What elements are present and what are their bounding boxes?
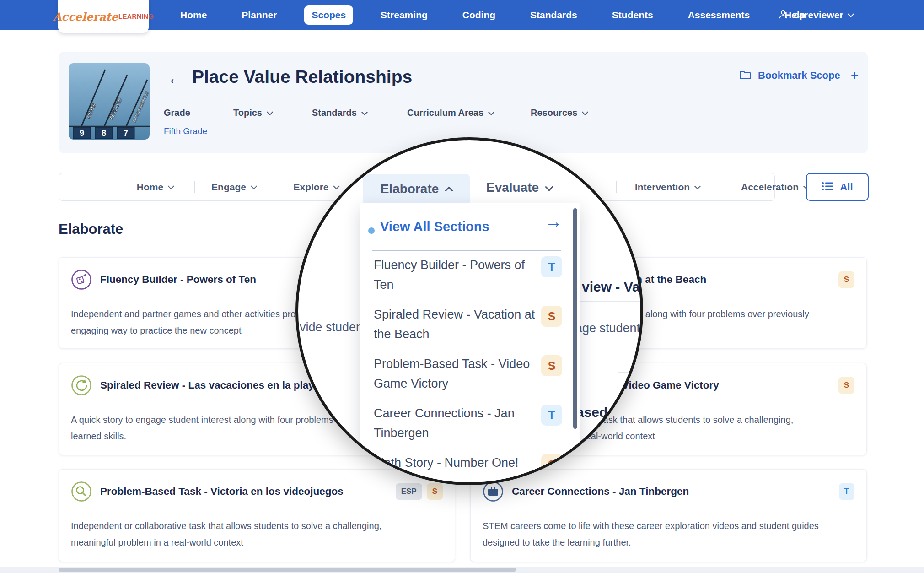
dropdown-item-career-connections[interactable]: Career Connections - Jan Tinbergen T [360,404,570,451]
fifth-grade-link[interactable]: Fifth Grade [164,126,207,136]
tab-acceleration[interactable]: Acceleration [741,173,809,200]
svg-text:9: 9 [80,128,85,138]
magnified-text-fragment: view - Vac [582,279,643,295]
user-icon [778,9,789,22]
chevron-down-icon [582,108,588,115]
chevron-down-icon [168,183,174,189]
folder-icon [739,70,751,81]
problem-based-task-icon [71,481,92,502]
nav-item-home[interactable]: Home [173,5,214,25]
filter-curriculum-areas-label: Curriculum Areas [407,108,483,118]
horizontal-scrollbar-thumb[interactable] [59,568,516,572]
nav-item-scopes[interactable]: Scopes [304,5,353,25]
tab-evaluate-label: Evaluate [486,180,539,195]
nav-item-assessments[interactable]: Assessments [681,5,757,25]
dropdown-item-label: Career Connections - Jan Tinbergen [374,404,543,443]
horizontal-scrollbar [0,567,924,573]
brand-logo-script: Accelerate [53,10,118,23]
status-badge-s: S [541,306,562,327]
filter-standards-label: Standards [312,108,357,118]
card-career-connections[interactable]: Career Connections - Jan Tinbergen T STE… [470,469,867,562]
chevron-down-icon [361,108,368,115]
filter-grade[interactable]: Grade [164,108,190,118]
tab-separator [616,181,617,193]
tab-separator [275,181,275,193]
card-description: STEM careers come to life with these car… [483,518,839,551]
user-menu[interactable]: careviewer [778,0,853,30]
tab-evaluate-magnified[interactable]: Evaluate [486,180,552,195]
chevron-down-icon [694,183,701,189]
nav-item-streaming[interactable]: Streaming [373,5,435,25]
filter-topics[interactable]: Topics [233,108,272,118]
magnified-divider [580,301,641,302]
arrow-right-icon: → [545,212,562,232]
dropdown-item-label: Spiraled Review - Vacation at the Beach [374,305,543,344]
filter-topics-label: Topics [233,108,262,118]
bookmark-scope-button[interactable]: Bookmark Scope + [739,68,859,83]
svg-text:7: 7 [124,128,129,138]
scope-thumbnail: ones TENTHS HUNDREDTHS 9 8 7 [69,63,150,140]
filter-standards[interactable]: Standards [312,108,367,118]
tab-acceleration-label: Acceleration [741,182,799,193]
nav-item-students[interactable]: Students [605,5,661,25]
tab-intervention-label: Intervention [635,182,690,193]
dropdown-item-fluency-builder[interactable]: Fluency Builder - Powers of Ten T [360,255,570,303]
fluency-builder-icon [71,269,92,290]
tab-home[interactable]: Home [137,173,173,200]
card-divider [71,510,443,510]
status-badge-t: T [541,256,562,277]
chevron-up-icon [445,186,453,195]
nav-item-standards[interactable]: Standards [523,5,585,25]
filter-resources[interactable]: Resources [531,108,587,118]
chevron-down-icon [333,183,339,189]
filter-resources-label: Resources [531,108,577,118]
spiraled-review-icon [71,375,92,396]
chevron-down-icon [545,183,553,191]
tab-separator [721,181,721,193]
page: Home Planner Scopes Streaming Coding Sta… [0,0,924,573]
dropdown-item-label: Math Story - Number One! [374,453,543,473]
nav-item-planner[interactable]: Planner [234,5,284,25]
status-badge-t: T [839,483,854,500]
plus-icon[interactable]: + [851,68,859,83]
tab-elaborate-label: Elaborate [381,182,439,196]
magnifier-lens: vide student view - Vac age student i as… [295,137,643,485]
back-arrow-icon[interactable]: ← [167,69,184,88]
tab-explore-label: Explore [293,182,328,193]
chevron-down-icon [251,183,257,189]
bookmark-scope-label: Bookmark Scope [758,70,840,81]
tab-engage-label: Engage [211,182,246,193]
chevron-down-icon [267,108,273,115]
view-all-button[interactable]: All [806,173,869,201]
nav-menu: Home Planner Scopes Streaming Coding Sta… [173,0,813,30]
card-title: Career Connections - Jan Tinbergen [512,486,831,497]
status-badge-t: T [541,405,562,426]
filter-curriculum-areas[interactable]: Curriculum Areas [407,108,494,118]
tab-home-label: Home [137,182,163,193]
filter-grade-label: Grade [164,108,190,118]
dropdown-item-problem-based-task[interactable]: Problem-Based Task - Video Game Victory … [360,354,570,402]
brand-logo[interactable]: Accelerate LEARNING [58,0,149,33]
nav-item-coding[interactable]: Coding [455,5,503,25]
brand-logo-caps: LEARNING [118,13,154,20]
tab-explore[interactable]: Explore [293,173,338,200]
tab-intervention[interactable]: Intervention [635,173,700,200]
user-name: careviewer [794,10,843,21]
list-icon [822,181,834,194]
dropdown-scrollbar[interactable] [573,208,577,429]
dropdown-divider [372,250,561,251]
page-title: Place Value Relationships [192,67,412,87]
dropdown-item-spiraled-review[interactable]: Spiraled Review - Vacation at the Beach … [360,305,570,352]
card-problem-based-task-spanish[interactable]: Problem-Based Task - Victoria en los vid… [59,469,455,562]
chevron-down-icon [488,108,494,115]
tab-engage[interactable]: Engage [211,173,256,200]
bullet-dot-icon [368,227,375,234]
svg-text:8: 8 [102,128,107,138]
language-badge-esp: ESP [396,483,422,500]
card-divider [483,510,854,510]
view-all-sections-link[interactable]: View All Sections [380,219,489,234]
card-title: Problem-Based Task - Victoria en los vid… [100,486,387,497]
tab-elaborate-magnified[interactable]: Elaborate [363,174,470,204]
tab-separator [194,181,195,193]
dropdown-item-label: Problem-Based Task - Video Game Victory [374,354,543,394]
